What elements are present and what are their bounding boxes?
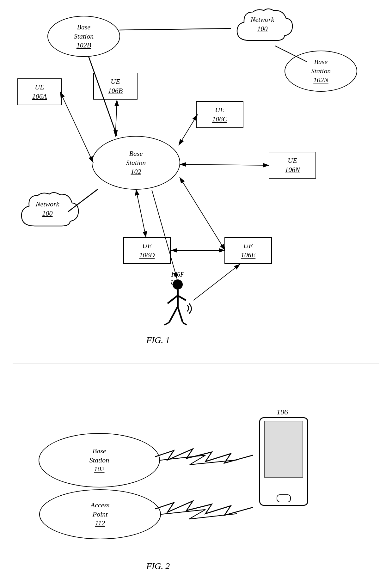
- svg-line-2: [168, 296, 178, 303]
- svg-line-15: [115, 100, 117, 137]
- svg-line-14: [60, 92, 93, 163]
- svg-line-6: [164, 322, 169, 325]
- svg-line-18: [136, 189, 146, 238]
- ue-106b: UE106B: [93, 73, 138, 100]
- ue-106e: UE106E: [224, 237, 272, 264]
- svg-line-10: [119, 28, 231, 30]
- fig1-label: FIG. 1: [126, 335, 190, 345]
- lightning-bs102: [155, 447, 269, 469]
- svg-line-17: [180, 164, 269, 165]
- diagram-container: Network 100 BaseStation102B BaseStation1…: [0, 0, 392, 581]
- svg-line-16: [179, 114, 198, 145]
- access-point-112: AccessPoint112: [39, 489, 161, 539]
- svg-line-20: [180, 177, 225, 250]
- ue-106n: UE106N: [269, 152, 316, 179]
- base-station-102: BaseStation102: [92, 136, 180, 190]
- base-station-102-fig2: BaseStation102: [39, 433, 160, 487]
- ue-106-label: 106: [277, 408, 288, 416]
- ue-106c: UE106C: [196, 101, 243, 128]
- fig2-label: FIG. 2: [126, 561, 190, 571]
- svg-line-4: [169, 307, 178, 322]
- ue-106d: UE106D: [123, 237, 171, 264]
- lightning-ap112: [155, 499, 269, 522]
- network-100-top: Network 100: [231, 6, 294, 53]
- phone-home-button: [277, 494, 291, 502]
- ue-106a: UE106A: [17, 78, 62, 105]
- network-100-left: Network100: [16, 190, 79, 239]
- section-divider: [13, 364, 379, 364]
- base-station-102b: BaseStation102B: [47, 16, 120, 57]
- svg-line-7: [183, 322, 187, 325]
- svg-point-0: [173, 279, 183, 290]
- walking-person-icon: [161, 278, 199, 330]
- svg-line-5: [178, 307, 183, 322]
- phone-screen: [264, 421, 303, 478]
- svg-line-3: [178, 296, 186, 300]
- svg-line-19: [152, 190, 177, 279]
- svg-line-22: [193, 264, 240, 300]
- base-station-102n: BaseStation102N: [285, 51, 357, 92]
